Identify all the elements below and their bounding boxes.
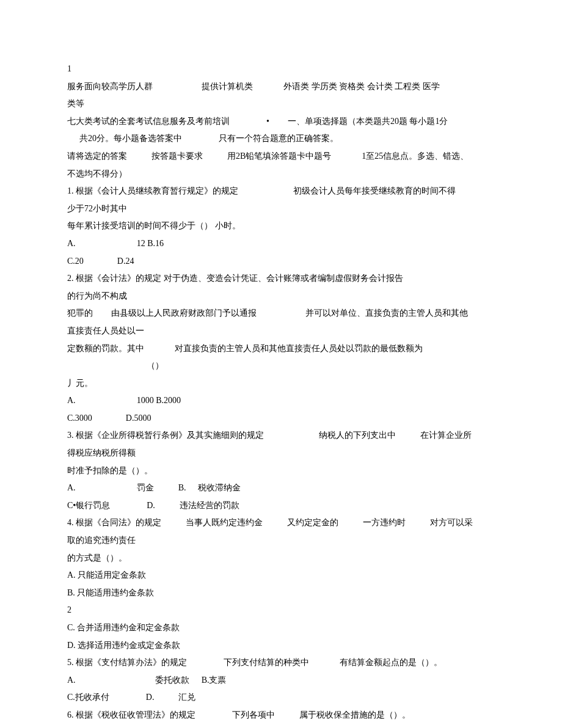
text-segment: D.: [147, 501, 155, 510]
text-segment: C.托收承付: [67, 693, 109, 702]
text-line: 直接责任人员处以一: [67, 323, 495, 340]
text-segment: 定数额的罚款。其中: [67, 344, 144, 353]
text-line: D. 选择适用违约金或定金条款: [67, 638, 495, 654]
text-segment: 由县级以上人民政府财政部门予以通报: [111, 308, 257, 318]
text-line: 七大类考试的全套考试信息服务及考前培训•一、单项选择题（本类题共20题 每小题1…: [67, 114, 495, 130]
text-segment: 委托收款: [155, 675, 189, 685]
text-segment: D. 选择适用违约金或定金条款: [67, 641, 180, 650]
text-line: A.1000 B.2000: [67, 393, 495, 409]
text-line: 犯罪的由县级以上人民政府财政部门予以通报并可以对单位、直接负责的主管人员和其他: [67, 305, 495, 322]
text-line: 共20分。每小题备选答案中只有一个符合题意的正确答案。: [67, 131, 495, 147]
text-segment: C•银行罚息: [67, 501, 110, 510]
text-segment: 在计算企业所: [420, 431, 472, 440]
text-segment: A.: [67, 483, 76, 492]
text-segment: 4. 根据《合同法》的规定: [67, 518, 161, 527]
text-line: 取的追究违约责任: [67, 533, 495, 549]
text-segment: 1. 根据《会计人员继续教育暂行规定》的规定: [67, 186, 238, 195]
text-line: A.12 B.16: [67, 236, 495, 252]
text-segment: 属于税收保全措施的是（）。: [299, 710, 411, 719]
text-segment: （）: [147, 361, 164, 370]
text-line: 4. 根据《合同法》的规定当事人既约定违约金又约定定金的一方违约时对方可以采: [67, 515, 495, 531]
text-line: A.罚金B.税收滞纳金: [67, 480, 495, 497]
text-segment: 1000 B.2000: [137, 396, 181, 405]
text-line: C.20D.24: [67, 253, 495, 270]
text-segment: A.: [67, 396, 76, 405]
text-line: C.托收承付D.汇兑: [67, 690, 495, 706]
text-segment: 用2B铅笔填涂答题卡中题号: [227, 151, 331, 161]
text-segment: 共20分。每小题备选答案中: [79, 134, 182, 143]
text-segment: 少于72小时其中: [67, 204, 127, 213]
text-segment: 时准予扣除的是（）。: [67, 466, 153, 475]
text-segment: 按答题卡要求: [151, 151, 203, 161]
text-segment: 犯罪的: [67, 308, 93, 318]
text-segment: D.24: [117, 257, 134, 266]
text-segment: B.支票: [202, 675, 227, 685]
text-segment: 6. 根据《税收征收管理法》的规定: [67, 710, 195, 719]
text-segment: 2. 根据《会计法》的规定 对于伪造、变造会计凭证、会计账簿或者编制虚假财务会计…: [67, 274, 403, 283]
text-segment: 每年累计接受培训的时间不得少于（） 小时。: [67, 221, 241, 230]
text-segment: 汇兑: [178, 693, 195, 702]
text-segment: 对方可以采: [430, 518, 473, 527]
text-line: 的行为尚不构成: [67, 288, 495, 305]
text-segment: 丿元。: [67, 379, 93, 388]
text-line: 2: [67, 602, 495, 619]
text-line: 不选均不得分）: [67, 166, 495, 183]
text-segment: 下列各项中: [232, 710, 275, 719]
text-segment: •: [266, 117, 269, 126]
text-line: （）: [67, 358, 495, 374]
text-segment: 只有一个符合题意的正确答案。: [219, 134, 338, 143]
text-segment: 1: [67, 64, 71, 73]
text-segment: 违法经营的罚款: [180, 501, 239, 510]
text-segment: 税收滞纳金: [198, 483, 241, 492]
text-segment: 直接责任人员处以一: [67, 326, 144, 335]
text-segment: 一、单项选择题（本类题共20题 每小题1分: [288, 117, 448, 126]
text-line: B. 只能适用违约金条款: [67, 585, 495, 602]
text-segment: 5. 根据《支付结算办法》的规定: [67, 658, 187, 667]
text-line: 5. 根据《支付结算办法》的规定下列支付结算的种类中有结算金额起点的是（）。: [67, 655, 495, 671]
text-segment: 罚金: [137, 483, 154, 492]
text-segment: C.20: [67, 257, 84, 266]
text-line: 得税应纳税所得额: [67, 445, 495, 462]
text-line: 少于72小时其中: [67, 201, 495, 217]
text-segment: 请将选定的答案: [67, 151, 127, 161]
text-segment: A. 只能适用定金条款: [67, 570, 146, 580]
text-segment: 不选均不得分）: [67, 169, 127, 178]
text-line: 时准予扣除的是（）。: [67, 463, 495, 479]
text-segment: D.: [146, 693, 155, 702]
text-segment: 的行为尚不构成: [67, 291, 127, 300]
text-line: A. 暂扣纳税人营业执照: [67, 725, 495, 728]
document-body: 1服务面向较高学历人群提供计算机类外语类 学历类 资格类 会计类 工程类 医学类…: [67, 61, 495, 728]
text-line: 1. 根据《会计人员继续教育暂行规定》的规定初级会计人员每年接受继续教育的时间不…: [67, 183, 495, 200]
text-segment: 服务面向较高学历人群: [67, 82, 153, 91]
text-segment: B.: [178, 483, 186, 492]
text-segment: 又约定定金的: [287, 518, 338, 527]
text-segment: A.: [67, 675, 76, 685]
text-line: 定数额的罚款。其中对直接负责的主管人员和其他直接责任人员处以罚款的最低数额为: [67, 341, 495, 357]
text-segment: 并可以对单位、直接负责的主管人员和其他: [305, 308, 468, 318]
text-line: 的方式是（）。: [67, 550, 495, 567]
text-segment: C.3000: [67, 413, 92, 423]
text-line: 1: [67, 61, 495, 78]
text-line: 丿元。: [67, 376, 495, 392]
text-line: 服务面向较高学历人群提供计算机类外语类 学历类 资格类 会计类 工程类 医学: [67, 79, 495, 95]
text-segment: 外语类 学历类 资格类 会计类 工程类 医学: [283, 82, 440, 91]
text-segment: A.: [67, 239, 76, 248]
text-segment: 类等: [67, 99, 84, 108]
text-segment: 取的追究违约责任: [67, 536, 136, 545]
text-segment: 对直接负责的主管人员和其他直接责任人员处以罚款的最低数额为: [175, 344, 423, 353]
text-segment: 提供计算机类: [202, 82, 253, 91]
text-segment: 初级会计人员每年接受继续教育的时间不得: [293, 186, 456, 195]
text-line: 类等: [67, 96, 495, 112]
text-line: A.委托收款B.支票: [67, 672, 495, 689]
text-segment: 纳税人的下列支出中: [319, 431, 396, 440]
text-line: C. 合并适用违约金和定金条款: [67, 620, 495, 636]
text-line: C•银行罚息D.违法经营的罚款: [67, 498, 495, 514]
text-segment: 当事人既约定违约金: [186, 518, 263, 527]
text-segment: 12 B.16: [137, 239, 164, 248]
text-line: 每年累计接受培训的时间不得少于（） 小时。: [67, 218, 495, 235]
text-segment: B. 只能适用违约金条款: [67, 588, 154, 597]
text-segment: D.5000: [126, 413, 151, 423]
text-segment: 的方式是（）。: [67, 553, 127, 562]
text-segment: 一方违约时: [363, 518, 406, 527]
text-segment: 得税应纳税所得额: [67, 448, 136, 457]
